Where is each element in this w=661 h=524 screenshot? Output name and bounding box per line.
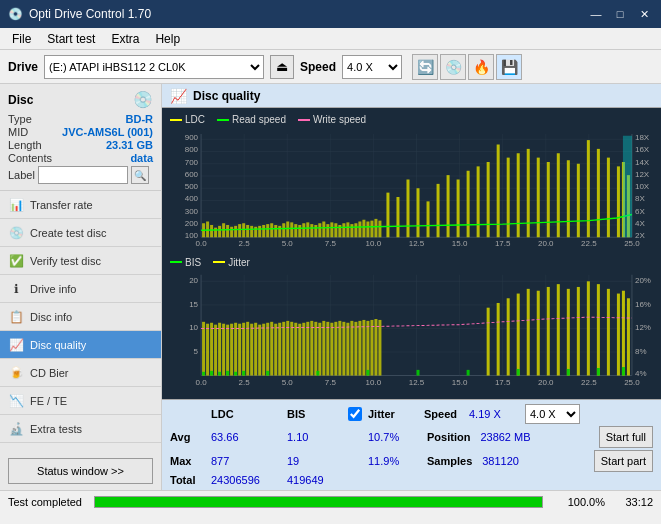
sidebar-item-fe-te[interactable]: 📉 FE / TE [0, 387, 161, 415]
extra-tests-icon: 🔬 [8, 421, 24, 437]
svg-text:12%: 12% [635, 323, 651, 332]
svg-rect-179 [282, 321, 285, 375]
svg-rect-91 [366, 222, 369, 238]
status-text: Test completed [8, 496, 82, 508]
svg-rect-214 [587, 281, 590, 375]
svg-text:12.5: 12.5 [409, 239, 425, 247]
svg-rect-163 [218, 322, 221, 375]
menu-extra[interactable]: Extra [103, 30, 147, 48]
svg-rect-232 [567, 368, 570, 375]
svg-text:15: 15 [189, 299, 198, 308]
length-label: Length [8, 139, 42, 151]
svg-rect-234 [622, 367, 625, 375]
svg-rect-108 [517, 153, 520, 237]
svg-text:400: 400 [185, 195, 198, 203]
label-button[interactable]: 🔍 [131, 166, 149, 184]
content-title: Disc quality [193, 89, 260, 103]
svg-rect-115 [587, 140, 590, 237]
svg-rect-98 [417, 188, 420, 237]
svg-text:8%: 8% [635, 347, 647, 356]
label-input[interactable] [38, 166, 128, 184]
svg-rect-87 [350, 224, 353, 237]
svg-rect-165 [226, 324, 229, 375]
sidebar-item-transfer-rate[interactable]: 📊 Transfer rate [0, 191, 161, 219]
disc-quality-icon: 📈 [8, 337, 24, 353]
sidebar-item-disc-info[interactable]: 📋 Disc info [0, 303, 161, 331]
svg-text:22.5: 22.5 [581, 378, 597, 387]
maximize-button[interactable]: □ [611, 5, 629, 23]
svg-rect-221 [210, 370, 213, 375]
menu-help[interactable]: Help [147, 30, 188, 48]
total-bis-value: 419649 [287, 474, 342, 486]
length-value: 23.31 GB [106, 139, 153, 151]
svg-rect-73 [294, 224, 297, 237]
save-button[interactable]: 💾 [496, 54, 522, 80]
svg-rect-104 [477, 166, 480, 237]
fe-te-label: FE / TE [30, 395, 67, 407]
speed-label: Speed [300, 60, 336, 74]
speed-select[interactable]: 4.0 X [342, 55, 402, 79]
svg-rect-184 [302, 322, 305, 375]
progress-fill [95, 497, 542, 507]
sidebar-item-disc-quality[interactable]: 📈 Disc quality [0, 331, 161, 359]
svg-rect-77 [310, 224, 313, 237]
svg-rect-96 [396, 197, 399, 237]
svg-rect-63 [254, 227, 257, 238]
legend-jitter: Jitter [213, 257, 250, 268]
minimize-button[interactable]: — [587, 5, 605, 23]
drive-select[interactable]: (E:) ATAPI iHBS112 2 CL0K [44, 55, 264, 79]
svg-text:0.0: 0.0 [196, 239, 207, 247]
sidebar-item-drive-info[interactable]: ℹ Drive info [0, 275, 161, 303]
svg-rect-85 [342, 223, 345, 237]
svg-text:10X: 10X [635, 183, 649, 191]
svg-rect-202 [374, 319, 377, 376]
svg-rect-206 [507, 298, 510, 375]
svg-rect-233 [597, 368, 600, 376]
jitter-column-header: Jitter [368, 408, 418, 420]
cd-bier-label: CD Bier [30, 367, 69, 379]
sidebar-item-extra-tests[interactable]: 🔬 Extra tests [0, 415, 161, 443]
svg-rect-107 [507, 158, 510, 238]
svg-text:20.0: 20.0 [538, 378, 554, 387]
svg-rect-210 [547, 286, 550, 375]
burn-button[interactable]: 🔥 [468, 54, 494, 80]
svg-rect-173 [258, 324, 261, 375]
transfer-rate-icon: 📊 [8, 197, 24, 213]
mid-label: MID [8, 126, 28, 138]
eject-button[interactable]: ⏏ [270, 55, 294, 79]
menu-start-test[interactable]: Start test [39, 30, 103, 48]
close-button[interactable]: ✕ [635, 5, 653, 23]
jitter-checkbox[interactable] [348, 407, 362, 421]
svg-text:800: 800 [185, 146, 198, 154]
sidebar-item-verify-test-disc[interactable]: ✅ Verify test disc [0, 247, 161, 275]
refresh-button[interactable]: 🔄 [412, 54, 438, 80]
svg-text:700: 700 [185, 158, 198, 166]
svg-rect-100 [437, 184, 440, 237]
charts-area: LDC Read speed Write speed [162, 108, 661, 399]
svg-rect-83 [334, 223, 337, 237]
titlebar-title: 💿 Opti Drive Control 1.70 [8, 7, 151, 21]
svg-rect-62 [250, 226, 253, 237]
main-layout: Disc 💿 Type BD-R MID JVC-AMS6L (001) Len… [0, 84, 661, 490]
svg-rect-113 [567, 160, 570, 237]
samples-value: 381120 [482, 455, 519, 467]
svg-text:200: 200 [185, 219, 198, 227]
svg-rect-88 [354, 223, 357, 237]
status-window-button[interactable]: Status window >> [8, 458, 153, 484]
position-label: Position [427, 431, 470, 443]
app-title: Opti Drive Control 1.70 [29, 7, 151, 21]
svg-rect-194 [342, 321, 345, 375]
menu-file[interactable]: File [4, 30, 39, 48]
sidebar-item-create-test-disc[interactable]: 💿 Create test disc [0, 219, 161, 247]
svg-text:2.5: 2.5 [239, 378, 250, 387]
samples-label: Samples [427, 455, 472, 467]
sidebar-item-cd-bier[interactable]: 🍺 CD Bier [0, 359, 161, 387]
speed-quality-select[interactable]: 4.0 X [525, 404, 580, 424]
start-full-button[interactable]: Start full [599, 426, 653, 448]
disc-button[interactable]: 💿 [440, 54, 466, 80]
disc-panel: Disc 💿 Type BD-R MID JVC-AMS6L (001) Len… [0, 84, 161, 191]
app-icon: 💿 [8, 7, 23, 21]
svg-text:16%: 16% [635, 299, 651, 308]
start-part-button[interactable]: Start part [594, 450, 653, 472]
svg-rect-188 [318, 322, 321, 375]
